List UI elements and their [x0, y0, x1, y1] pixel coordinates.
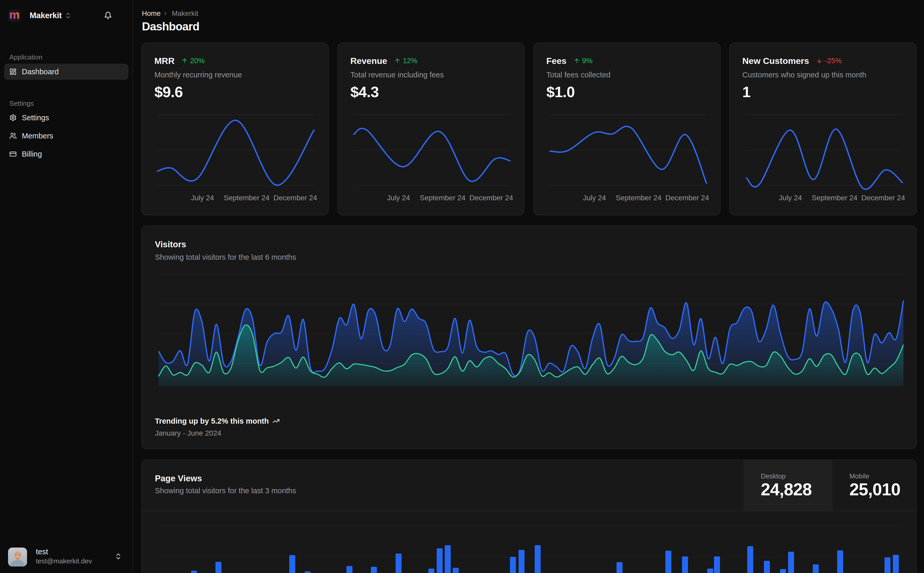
svg-text:September 24: September 24	[224, 194, 270, 202]
svg-text:m: m	[9, 9, 19, 21]
svg-text:September 24: September 24	[616, 194, 662, 202]
svg-text:September 24: September 24	[420, 194, 466, 202]
svg-text:December 24: December 24	[665, 194, 709, 202]
svg-text:July 24: July 24	[191, 194, 214, 202]
svg-text:December 24: December 24	[273, 194, 317, 202]
svg-text:December 24: December 24	[469, 194, 513, 202]
svg-text:September 24: September 24	[812, 194, 858, 202]
svg-text:July 24: July 24	[387, 194, 410, 202]
svg-text:December 24: December 24	[861, 194, 905, 202]
svg-text:July 24: July 24	[779, 194, 802, 202]
svg-text:July 24: July 24	[583, 194, 606, 202]
